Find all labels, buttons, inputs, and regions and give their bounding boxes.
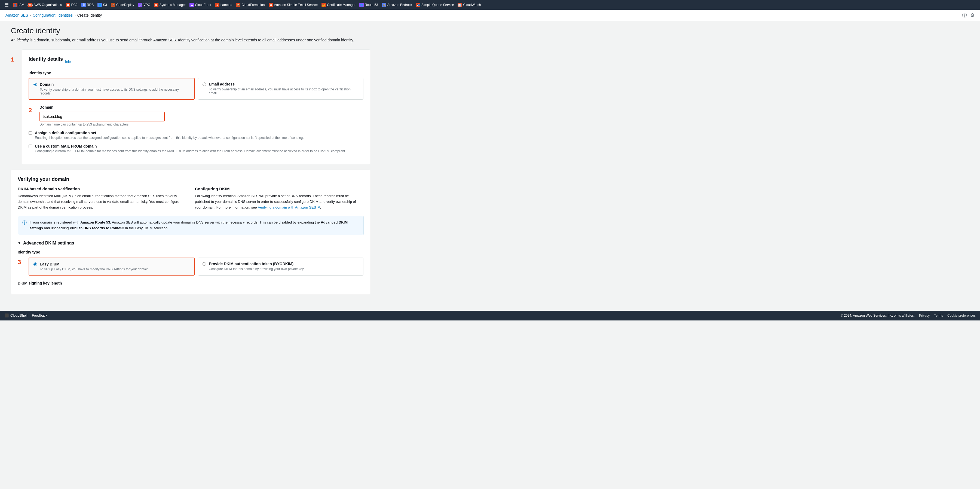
privacy-link[interactable]: Privacy — [919, 314, 930, 317]
rds-icon: 🗄 — [81, 3, 86, 7]
verifying-domain-link[interactable]: Verifying a domain with Amazon SES ↗ — [258, 205, 320, 209]
nav-iam[interactable]: 👤 IAM — [11, 2, 26, 8]
footer-left: ⬛ CloudShell Feedback — [4, 314, 48, 317]
configuring-title: Configuring DKIM — [195, 186, 363, 191]
nav-amazon-bedrock[interactable]: 🪨 Amazon Bedrock — [380, 2, 414, 8]
easy-dkim-desc: To set up Easy DKIM, you have to modify … — [40, 268, 150, 271]
simple-queue-icon: 📬 — [416, 3, 420, 7]
default-config-option: Assign a default configuration set Enabl… — [29, 131, 363, 140]
info-button[interactable]: ⓘ — [962, 12, 967, 19]
hamburger-menu[interactable]: ☰ — [2, 1, 11, 9]
step-2-indicator: 2 — [29, 105, 40, 114]
advanced-dkim-header[interactable]: ▼ Advanced DKIM settings — [18, 241, 363, 245]
nav-vpc[interactable]: 🔗 VPC — [136, 2, 152, 8]
nav-amazon-ses[interactable]: ✉ Amazon Simple Email Service — [267, 2, 320, 8]
nav-certificate-manager[interactable]: 🔐 Certificate Manager — [320, 2, 357, 8]
byodkim-radio[interactable] — [202, 262, 206, 266]
dkim-desc: DomainKeys Identified Mail (DKIM) is an … — [18, 193, 186, 210]
breadcrumb-actions: ⓘ ⚙ — [962, 12, 975, 19]
route53-icon: 🌐 — [360, 3, 364, 7]
advanced-dkim-title: Advanced DKIM settings — [23, 241, 74, 245]
nav-cloudfront[interactable]: ☁ CloudFront — [188, 2, 213, 8]
custom-mail-from-content: Use a custom MAIL FROM domain Configurin… — [35, 144, 346, 153]
dkim-type-options: Easy DKIM To set up Easy DKIM, you have … — [29, 258, 363, 276]
easy-dkim-radio[interactable] — [33, 263, 37, 266]
identity-type-email-option[interactable]: Email address To verify ownership of an … — [198, 78, 363, 100]
byodkim-desc: Configure DKIM for this domain by provid… — [209, 267, 304, 271]
nav-rds[interactable]: 🗄 RDS — [80, 2, 95, 8]
identity-type-options: Domain To verify ownership of a domain, … — [29, 78, 363, 100]
step-1-indicator: 1 — [11, 49, 22, 63]
nav-s3[interactable]: 🪣 S3 — [96, 2, 109, 8]
domain-input[interactable] — [40, 111, 165, 121]
custom-mail-from-option: Use a custom MAIL FROM domain Configurin… — [29, 144, 363, 153]
identity-type-domain-radio[interactable] — [33, 83, 37, 86]
identity-details-title: Identity details — [29, 56, 63, 62]
default-config-desc: Enabling this option ensures that the as… — [35, 136, 304, 140]
cookie-preferences-link[interactable]: Cookie preferences — [947, 314, 976, 317]
identity-type-email-label: Email address — [209, 82, 359, 86]
settings-button[interactable]: ⚙ — [970, 12, 975, 18]
nav-aws-organizations[interactable]: AWS AWS Organizations — [26, 2, 64, 8]
byodkim-label: Provide DKIM authentication token (BYODK… — [209, 262, 304, 266]
byodkim-option[interactable]: Provide DKIM authentication token (BYODK… — [198, 258, 363, 276]
identity-type-domain-content: Domain To verify ownership of a domain, … — [40, 82, 190, 95]
info-box-text: If your domain is registered with Amazon… — [29, 220, 359, 231]
identity-type-email-radio[interactable] — [202, 83, 206, 86]
custom-mail-from-checkbox[interactable] — [29, 145, 32, 148]
nav-codedeploy[interactable]: 🚀 CodeDeploy — [109, 2, 136, 8]
route53-info-box: ⓘ If your domain is registered with Amaz… — [18, 216, 363, 235]
cloudfront-icon: ☁ — [189, 3, 194, 7]
nav-systems-manager[interactable]: ⚙ Systems Manager — [153, 2, 188, 8]
amazon-bedrock-icon: 🪨 — [382, 3, 386, 7]
custom-mail-from-desc: Configuring a custom MAIL FROM domain fo… — [35, 149, 346, 153]
page-subtitle: An identity is a domain, subdomain, or e… — [11, 37, 370, 43]
s3-icon: 🪣 — [97, 3, 102, 7]
nav-ec2[interactable]: ⚙ EC2 — [64, 2, 79, 8]
nav-simple-queue[interactable]: 📬 Simple Queue Service — [414, 2, 455, 8]
nav-cloudformation[interactable]: 📦 CloudFormation — [234, 2, 266, 8]
verify-grid: DKIM-based domain verification DomainKey… — [18, 186, 363, 210]
nav-cloudwatch[interactable]: 📊 CloudWatch — [456, 2, 482, 8]
nav-route53[interactable]: 🌐 Route 53 — [358, 2, 380, 8]
info-box-icon: ⓘ — [22, 220, 27, 226]
dkim-options-wrapper: Easy DKIM To set up Easy DKIM, you have … — [29, 258, 363, 281]
default-config-label: Assign a default configuration set — [35, 131, 304, 135]
certificate-manager-icon: 🔐 — [321, 3, 326, 7]
breadcrumb-sep-2: › — [74, 13, 76, 18]
breadcrumb-amazon-ses[interactable]: Amazon SES — [5, 13, 28, 18]
configuring-dkim-col: Configuring DKIM Following identity crea… — [195, 186, 363, 210]
cloudshell-icon: ⬛ — [4, 314, 9, 317]
identity-details-panel: Identity details Info Identity type Doma… — [22, 49, 370, 164]
top-nav: ☰ 👤 IAM AWS AWS Organizations ⚙ EC2 🗄 RD… — [0, 0, 980, 10]
identity-type-domain-option[interactable]: Domain To verify ownership of a domain, … — [29, 78, 195, 100]
cloudwatch-icon: 📊 — [458, 3, 462, 7]
domain-field-label: Domain — [40, 105, 363, 110]
identity-type-email-desc: To verify ownership of an email address,… — [209, 88, 359, 95]
collapse-arrow-icon: ▼ — [18, 241, 21, 245]
terms-link[interactable]: Terms — [934, 314, 943, 317]
default-config-content: Assign a default configuration set Enabl… — [35, 131, 304, 140]
page-title: Create identity — [11, 26, 370, 35]
identity-type-label: Identity type — [29, 71, 363, 75]
nav-lambda[interactable]: λ Lambda — [213, 2, 234, 8]
dkim-identity-type-label: Identity type — [18, 250, 363, 254]
configuring-desc: Following identity creation, Amazon SES … — [195, 193, 363, 210]
byodkim-content: Provide DKIM authentication token (BYODK… — [209, 262, 304, 271]
footer-right: © 2024, Amazon Web Services, Inc. or its… — [841, 314, 976, 317]
aws-organizations-icon: AWS — [28, 3, 32, 7]
easy-dkim-option[interactable]: Easy DKIM To set up Easy DKIM, you have … — [29, 258, 195, 276]
default-config-checkbox[interactable] — [29, 131, 32, 135]
dkim-key-label: DKIM signing key length — [18, 281, 363, 285]
custom-mail-from-label: Use a custom MAIL FROM domain — [35, 144, 346, 148]
footer-copyright: © 2024, Amazon Web Services, Inc. or its… — [841, 314, 915, 317]
breadcrumb-configuration-identities[interactable]: Configuration: Identities — [33, 13, 73, 18]
amazon-ses-icon: ✉ — [269, 3, 273, 7]
vpc-icon: 🔗 — [138, 3, 142, 7]
identity-details-info-link[interactable]: Info — [65, 59, 71, 64]
cloudformation-icon: 📦 — [236, 3, 240, 7]
feedback-button[interactable]: Feedback — [32, 314, 48, 317]
cloudshell-button[interactable]: ⬛ CloudShell — [4, 314, 27, 317]
verifying-domain-title: Verifying your domain — [18, 177, 363, 182]
lambda-icon: λ — [215, 3, 220, 7]
